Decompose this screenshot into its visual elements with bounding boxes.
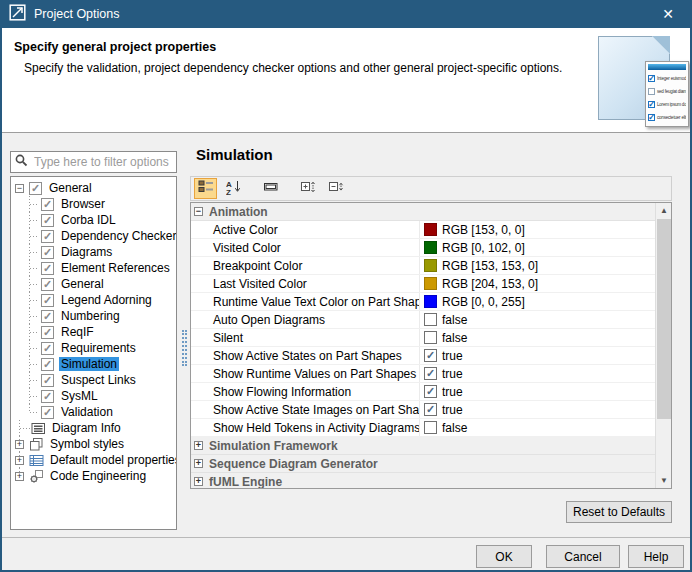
property-value[interactable]: false [420,313,467,327]
property-row-show-active-states-on-part-shapes[interactable]: Show Active States on Part Shapes✓true [191,347,655,365]
illustration-item-label: consectetuer elit. [657,115,686,120]
ok-button[interactable]: OK [476,545,532,568]
tree-item-validation[interactable]: ✓Validation [11,404,176,420]
scroll-down-icon[interactable]: ▼ [656,473,672,488]
expand-expander-icon[interactable]: + [15,472,24,481]
tree-item-suspect-links[interactable]: ✓Suspect Links [11,372,176,388]
close-icon[interactable]: ✕ [652,0,684,28]
property-group-fuml-engine[interactable]: +fUML Engine [191,473,655,488]
value-checkbox[interactable] [424,313,437,326]
property-row-active-color[interactable]: Active ColorRGB [153, 0, 0] [191,221,655,239]
property-row-breakpoint-color[interactable]: Breakpoint ColorRGB [153, 153, 0] [191,257,655,275]
titlebar[interactable]: Project Options ✕ [0,0,692,28]
header-description: Specify the validation, project dependen… [24,61,564,75]
tree-item-label: Suspect Links [59,373,138,387]
property-value[interactable]: ✓true [420,385,463,399]
value-checkbox[interactable] [424,331,437,344]
expand-expander-icon[interactable]: + [15,440,24,449]
tree-item-sysml[interactable]: ✓SysML [11,388,176,404]
value-checkbox[interactable]: ✓ [424,367,437,380]
property-row-silent[interactable]: Silentfalse [191,329,655,347]
tree-checkbox[interactable]: ✓ [41,294,54,307]
filter-input[interactable] [32,154,172,170]
tree-checkbox[interactable]: ✓ [41,358,54,371]
property-value[interactable]: ✓true [420,403,463,417]
scrollbar-thumb[interactable] [657,219,671,419]
property-value[interactable]: RGB [0, 102, 0] [420,241,525,255]
tree-item-symbol-styles[interactable]: +Symbol styles [11,436,176,452]
tree-item-reqif[interactable]: ✓ReqIF [11,324,176,340]
tree-item-legend-adorning[interactable]: ✓Legend Adorning [11,292,176,308]
tree-checkbox[interactable]: ✓ [41,310,54,323]
tree-checkbox[interactable]: ✓ [41,406,54,419]
value-checkbox[interactable] [424,421,437,434]
scroll-up-icon[interactable]: ▲ [656,203,672,218]
expand-group-icon[interactable]: + [194,459,203,468]
property-group-sequence-diagram-generator[interactable]: +Sequence Diagram Generator [191,455,655,473]
expand-all-button[interactable] [296,178,319,199]
property-row-show-flowing-information[interactable]: Show Flowing Information✓true [191,383,655,401]
tree-item-default-model-properties[interactable]: +Default model properties [11,452,176,468]
value-checkbox[interactable]: ✓ [424,403,437,416]
tree-item-code-engineering[interactable]: +Code Engineering [11,468,176,484]
property-row-visited-color[interactable]: Visited ColorRGB [0, 102, 0] [191,239,655,257]
property-value[interactable]: false [420,331,467,345]
color-swatch [424,295,437,308]
tree-item-simulation[interactable]: ✓Simulation [11,356,176,372]
tree-item-browser[interactable]: ✓Browser [11,196,176,212]
collapse-expander-icon[interactable]: − [15,184,24,193]
tree-item-requirements[interactable]: ✓Requirements [11,340,176,356]
property-row-auto-open-diagrams[interactable]: Auto Open Diagramsfalse [191,311,655,329]
property-value[interactable]: ✓true [420,349,463,363]
filter-box[interactable] [10,151,177,173]
table-scrollbar[interactable]: ▲ ▼ [655,203,671,488]
tree-item-general[interactable]: ✓General [11,276,176,292]
collapse-all-button[interactable] [324,178,347,199]
expand-group-icon[interactable]: + [194,477,203,486]
property-row-show-active-state-images-on-part-shapes[interactable]: Show Active State Images on Part Shapes✓… [191,401,655,419]
tree-checkbox[interactable]: ✓ [41,246,54,259]
illustration-checkbox [648,88,655,95]
tree-item-diagram-info[interactable]: Diagram Info [11,420,176,436]
cancel-button[interactable]: Cancel [546,545,620,568]
tree-item-numbering[interactable]: ✓Numbering [11,308,176,324]
property-value[interactable]: ✓true [420,367,463,381]
tree-checkbox[interactable]: ✓ [41,374,54,387]
tree-checkbox[interactable]: ✓ [41,390,54,403]
tree-item-element-references[interactable]: ✓Element References [11,260,176,276]
property-row-last-visited-color[interactable]: Last Visited ColorRGB [204, 153, 0] [191,275,655,293]
expand-group-icon[interactable]: + [194,441,203,450]
tree-checkbox[interactable]: ✓ [41,214,54,227]
tree-checkbox[interactable]: ✓ [41,278,54,291]
tree-item-diagrams[interactable]: ✓Diagrams [11,244,176,260]
splitter-handle[interactable] [182,330,187,366]
show-description-button[interactable] [259,178,282,199]
collapse-group-icon[interactable]: − [194,207,203,216]
tree-checkbox[interactable]: ✓ [41,230,54,243]
tree-checkbox[interactable]: ✓ [41,198,54,211]
property-value[interactable]: RGB [153, 0, 0] [420,223,525,237]
property-group-simulation-framework[interactable]: +Simulation Framework [191,437,655,455]
categorized-view-button[interactable] [194,178,217,199]
tree-checkbox[interactable]: ✓ [41,262,54,275]
reset-to-defaults-button[interactable]: Reset to Defaults [566,501,672,523]
property-value[interactable]: RGB [0, 0, 255] [420,295,525,309]
tree-checkbox[interactable]: ✓ [29,182,42,195]
sort-alphabetically-button[interactable]: AZ [222,178,245,199]
value-checkbox[interactable]: ✓ [424,385,437,398]
tree-item-corba-idl[interactable]: ✓Corba IDL [11,212,176,228]
property-group-animation[interactable]: −Animation [191,203,655,221]
property-value[interactable]: false [420,421,467,435]
property-value[interactable]: RGB [153, 153, 0] [420,259,538,273]
tree-checkbox[interactable]: ✓ [41,342,54,355]
tree-item-dependency-checker[interactable]: ✓Dependency Checker [11,228,176,244]
tree-item-general[interactable]: −✓General [11,180,176,196]
help-button[interactable]: Help [628,545,684,568]
property-row-show-held-tokens-in-activity-diagrams[interactable]: Show Held Tokens in Activity Diagramsfal… [191,419,655,437]
property-row-show-runtime-values-on-part-shapes[interactable]: Show Runtime Values on Part Shapes✓true [191,365,655,383]
value-checkbox[interactable]: ✓ [424,349,437,362]
property-value[interactable]: RGB [204, 153, 0] [420,277,538,291]
expand-expander-icon[interactable]: + [15,456,24,465]
tree-checkbox[interactable]: ✓ [41,326,54,339]
property-row-runtime-value-text-color-on-part-shapes[interactable]: Runtime Value Text Color on Part ShapesR… [191,293,655,311]
